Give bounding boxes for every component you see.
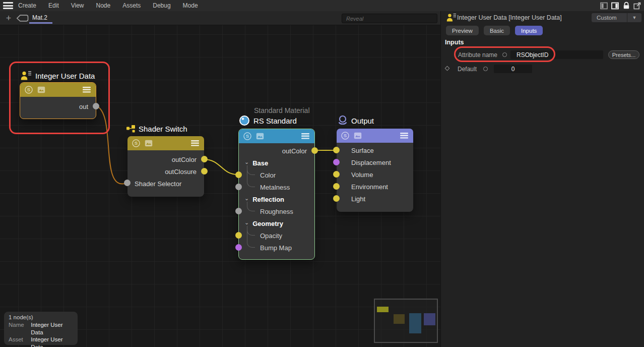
preset-dropdown-value[interactable]: Custom — [592, 13, 627, 22]
node-menu-icon[interactable] — [83, 87, 91, 93]
node-count: 1 node(s) — [9, 314, 73, 320]
attribute-tabs: Preview Basic Inputs — [446, 26, 543, 35]
hamburger-menu-icon[interactable] — [3, 2, 13, 9]
shader-switch-icon — [126, 125, 135, 133]
group-row-geometry[interactable]: ⌄Geometry — [239, 217, 314, 229]
svg-text:S: S — [344, 133, 347, 138]
chevron-down-icon[interactable]: ▼ — [627, 13, 641, 22]
presets-button[interactable]: Presets... — [608, 50, 639, 59]
menu-create[interactable]: Create — [18, 2, 36, 9]
minimap-node-integer-user-data — [377, 307, 389, 312]
menu-assets[interactable]: Assets — [122, 2, 141, 9]
color-port[interactable] — [235, 171, 242, 178]
port-row-volume: Volume — [337, 168, 413, 181]
svg-text:S: S — [27, 87, 30, 92]
tab-inputs[interactable]: Inputs — [515, 26, 543, 35]
open-new-window-icon[interactable] — [633, 2, 641, 10]
preview-image-icon — [256, 133, 264, 140]
reveal-search-input[interactable] — [342, 14, 437, 23]
menu-edit[interactable]: Edit — [48, 2, 59, 9]
out-port[interactable] — [93, 103, 99, 109]
default-port-indicator[interactable] — [483, 67, 488, 71]
environment-port[interactable] — [333, 183, 340, 190]
minimap-node-output — [424, 313, 435, 325]
material-tab-strip: + Mat.2 — [0, 11, 440, 25]
default-key-icon[interactable] — [445, 66, 450, 71]
menu-node[interactable]: Node — [96, 2, 111, 9]
bump-map-port[interactable] — [235, 244, 242, 251]
attribute-panel-header: Integer User Data [Integer User Data] Cu… — [441, 11, 644, 24]
info-name-value: Integer User Data — [31, 321, 73, 336]
output-header[interactable]: S — [337, 129, 413, 143]
tab-preview[interactable]: Preview — [446, 26, 479, 35]
active-tab-underline — [29, 22, 52, 24]
add-material-button[interactable]: + — [4, 14, 13, 23]
port-row-metalness: Metalness — [239, 181, 314, 193]
port-row-surface: Surface — [337, 144, 413, 156]
attribute-name-input[interactable] — [510, 50, 603, 59]
preview-image-icon — [354, 132, 362, 139]
shader-badge-icon: S — [132, 139, 140, 147]
menu-view[interactable]: View — [71, 2, 84, 9]
preview-image-icon — [37, 86, 45, 93]
tab-mat2[interactable]: Mat.2 — [29, 13, 50, 23]
integer-user-data-title: Integer User Data — [21, 71, 95, 81]
surface-port[interactable] — [333, 147, 340, 153]
outclosure-port[interactable] — [201, 168, 208, 175]
default-value-input[interactable] — [494, 65, 532, 73]
port-row-displacement: Displacement — [337, 156, 413, 168]
rs-standard-node[interactable]: S outColor ⌄Base Color Metalness ⌄Reflec… — [238, 129, 315, 260]
roughness-port[interactable] — [235, 208, 242, 214]
port-row-out: out — [20, 100, 96, 112]
user-data-icon — [21, 71, 32, 81]
panel-left-icon[interactable] — [600, 2, 608, 10]
selection-info-box: 1 node(s) NameInteger User Data AssetInt… — [4, 312, 78, 345]
chevron-down-icon: ⌄ — [244, 219, 249, 226]
port-row-roughness: Roughness — [239, 205, 314, 217]
chevron-down-icon: ⌄ — [244, 195, 249, 202]
output-node[interactable]: S Surface Displacement Volume Environmen… — [337, 129, 413, 212]
menu-debug[interactable]: Debug — [153, 2, 170, 9]
preset-dropdown[interactable]: Custom ▼ — [592, 13, 641, 22]
node-menu-icon[interactable] — [301, 133, 309, 139]
group-row-reflection[interactable]: ⌄Reflection — [239, 193, 314, 205]
output-icon — [338, 115, 348, 126]
attribute-port-indicator[interactable] — [502, 52, 507, 57]
node-menu-icon[interactable] — [191, 140, 199, 146]
shader-switch-title: Shader Switch — [126, 125, 187, 133]
attribute-name-row: Attribute name Presets... — [441, 50, 644, 60]
rs-standard-title: RS Standard — [239, 115, 297, 126]
group-row-base[interactable]: ⌄Base — [239, 157, 314, 169]
metalness-port[interactable] — [235, 184, 242, 190]
user-data-icon — [446, 13, 457, 24]
chevron-down-icon: ⌄ — [244, 159, 249, 165]
navigator-minimap[interactable] — [374, 299, 438, 343]
port-row-bump-map: Bump Map — [239, 242, 314, 254]
lock-icon[interactable] — [622, 2, 630, 10]
node-menu-icon[interactable] — [400, 133, 408, 139]
port-row-outcolor: outColor — [127, 153, 204, 165]
outcolor-port[interactable] — [311, 147, 318, 154]
displacement-port[interactable] — [333, 159, 340, 165]
menu-mode[interactable]: Mode — [183, 2, 198, 9]
shader-switch-node[interactable]: S outColor outClosure Shader Selector — [127, 136, 204, 197]
node-graph-canvas[interactable]: Integer User Data S out — [0, 25, 440, 347]
rs-standard-header[interactable]: S — [239, 129, 314, 143]
shader-switch-header[interactable]: S — [127, 136, 204, 150]
port-row-outclosure: outClosure — [127, 165, 204, 178]
window-controls — [600, 0, 641, 11]
material-tag-icon[interactable] — [16, 14, 29, 24]
opacity-port[interactable] — [235, 232, 242, 239]
minimap-node-rs-standard — [409, 313, 421, 333]
shader-selector-port[interactable] — [124, 180, 131, 186]
volume-port[interactable] — [333, 171, 340, 178]
outcolor-port[interactable] — [201, 156, 208, 162]
integer-user-data-header[interactable]: S — [20, 83, 96, 97]
info-asset-label: Asset — [9, 336, 31, 347]
light-port[interactable] — [333, 195, 340, 202]
integer-user-data-node[interactable]: S out — [20, 82, 96, 119]
panel-right-icon[interactable] — [611, 2, 619, 10]
info-name-label: Name — [9, 321, 31, 336]
tab-basic[interactable]: Basic — [484, 26, 510, 35]
port-row-color: Color — [239, 169, 314, 181]
